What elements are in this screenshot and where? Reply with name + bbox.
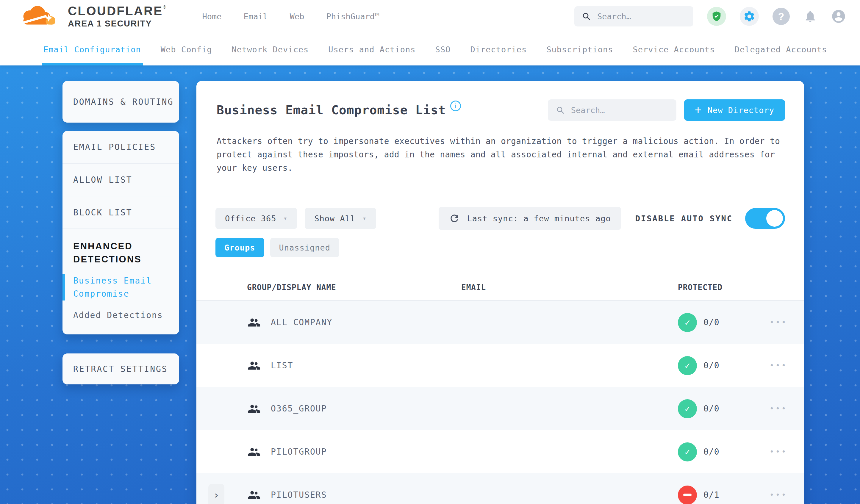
protected-cell: 0/0 [670,356,765,375]
top-nav: Home Email Web PhishGuard™ [202,12,379,21]
directory-filter-dropdown[interactable]: Office 365 ▾ [215,208,297,229]
content-area: DOMAINS & ROUTING EMAIL POLICIES ALLOW L… [0,66,860,504]
show-filter-label: Show All [314,214,355,223]
nav-item-email[interactable]: Email [243,12,268,21]
chevron-down-icon: ▾ [284,215,288,222]
registered-mark: ® [163,4,167,10]
sidebar-label: RETRACT SETTINGS [73,364,168,374]
row-menu-button[interactable]: ••• [765,361,804,370]
directory-filter-label: Office 365 [225,214,276,223]
show-filter-dropdown[interactable]: Show All ▾ [305,208,376,229]
group-name: LIST [271,361,461,371]
settings-button[interactable] [740,7,759,26]
search-icon [556,105,564,115]
new-directory-button[interactable]: + New Directory [684,99,785,121]
info-icon[interactable]: i [450,101,461,111]
protected-count: 0/1 [703,490,719,500]
auto-sync-toggle[interactable] [745,208,785,229]
logo-subtitle: AREA 1 SECURITY [68,19,167,28]
row-menu-button[interactable]: ••• [765,491,804,499]
protected-cell: 0/0 [670,443,765,461]
sidebar-item-business-email-compromise[interactable]: Business Email Compromise [62,274,169,301]
protected-status-badge [678,313,697,332]
group-icon [247,402,261,416]
nav-item-phishguard[interactable]: PhishGuard™ [326,12,379,21]
table-row[interactable]: LIST 0/0 ••• [197,344,804,387]
table-row[interactable]: O365_GROUP 0/0 ••• [197,387,804,430]
group-icon [247,488,261,502]
chevron-down-icon: ▾ [362,215,367,222]
protected-status-badge [678,399,697,418]
sidebar-policies-card: EMAIL POLICIES ALLOW LIST BLOCK LIST ENH… [62,131,179,334]
nav-item-home[interactable]: Home [202,12,221,21]
sidebar-item-enhanced-detections[interactable]: ENHANCED DETECTIONS [62,240,152,266]
row-menu-button[interactable]: ••• [765,318,804,327]
table-header: GROUP/DISPLAY NAME EMAIL PROTECTED [197,275,804,301]
user-icon[interactable] [831,9,846,24]
sidebar-label: EMAIL POLICIES [73,142,156,152]
sidebar-item-email-policies[interactable]: EMAIL POLICIES [62,131,179,164]
global-search[interactable] [574,6,693,27]
subnav-network-devices[interactable]: Network Devices [231,33,309,66]
protected-status-badge [678,356,697,375]
sidebar-item-added-detections[interactable]: Added Detections [62,309,169,322]
subnav-sso[interactable]: SSO [435,33,451,66]
controls-row: Office 365 ▾ Show All ▾ Last sync: a few… [215,207,785,230]
bell-icon[interactable] [803,10,817,23]
tab-unassigned[interactable]: Unassigned [270,238,340,257]
table-row[interactable]: PILOTGROUP 0/0 ••• [197,430,804,473]
list-search-input[interactable] [571,106,668,115]
sidebar-item-domains-routing[interactable]: DOMAINS & ROUTING [62,81,179,123]
column-header-email: EMAIL [461,283,670,292]
search-icon [582,11,591,21]
group-icon [247,316,261,329]
protected-cell: 0/0 [670,313,765,332]
table-row[interactable]: ALL COMPANY 0/0 ••• [197,301,804,344]
row-menu-button[interactable]: ••• [765,404,804,413]
divider [215,191,785,191]
top-header: CLOUDFLARE® AREA 1 SECURITY Home Email W… [0,0,860,33]
sidebar-item-block-list[interactable]: BLOCK LIST [62,196,179,229]
expand-row-button[interactable]: › [208,484,224,504]
security-status-button[interactable] [707,7,726,26]
protected-count: 0/0 [703,361,719,371]
group-name: PILOTUSERS [271,490,461,500]
last-sync-label: Last sync: a few minutes ago [467,214,611,223]
subnav-web-config[interactable]: Web Config [161,33,212,66]
protected-count: 0/0 [703,317,719,327]
toggle-knob [766,210,783,227]
global-search-input[interactable] [597,12,686,21]
plus-icon: + [695,104,702,115]
last-sync-button[interactable]: Last sync: a few minutes ago [439,207,621,230]
row-menu-button[interactable]: ••• [765,447,804,456]
subnav-subscriptions[interactable]: Subscriptions [546,33,613,66]
sidebar: DOMAINS & ROUTING EMAIL POLICIES ALLOW L… [62,81,179,384]
gear-icon [743,10,756,23]
tab-groups[interactable]: Groups [215,238,264,257]
cloudflare-logo[interactable]: CLOUDFLARE® AREA 1 SECURITY [17,5,167,28]
description-text: Attackers often try to impersonate execu… [217,134,784,175]
protected-count: 0/0 [703,404,719,414]
list-search[interactable] [548,99,676,121]
protected-cell: 0/0 [670,399,765,418]
column-header-protected: PROTECTED [670,283,765,292]
group-name: PILOTGROUP [271,447,461,457]
subnav-users-and-actions[interactable]: Users and Actions [328,33,415,66]
subnav-service-accounts[interactable]: Service Accounts [633,33,715,66]
help-button[interactable]: ? [773,8,790,25]
protected-cell: 0/1 [670,486,765,504]
page-title: Business Email Compromise List [217,103,446,117]
sidebar-item-retract-settings[interactable]: RETRACT SETTINGS [62,354,179,384]
protected-status-badge [678,486,697,504]
logo-text: CLOUDFLARE® AREA 1 SECURITY [68,5,167,28]
bec-list-panel: Business Email Compromise List i + New D… [197,81,804,504]
subnav-email-configuration[interactable]: Email Configuration [43,33,141,66]
logo-brand: CLOUDFLARE [68,4,163,18]
subnav-directories[interactable]: Directories [470,33,527,66]
sidebar-item-allow-list[interactable]: ALLOW LIST [62,164,179,196]
table-row[interactable]: › PILOTUSERS 0/1 ••• [197,473,804,504]
group-tabs: Groups Unassigned [215,238,785,257]
nav-item-web[interactable]: Web [290,12,304,21]
subnav-delegated-accounts[interactable]: Delegated Accounts [735,33,827,66]
shield-check-icon [711,11,722,22]
